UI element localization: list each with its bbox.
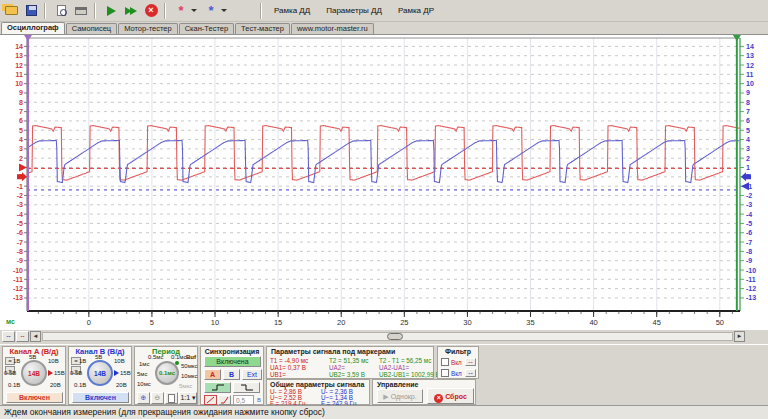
y-tick-label-left: -12 xyxy=(13,285,23,292)
status-bar: Ждем окончания измерения (для прекращени… xyxy=(0,405,768,419)
params-dd-button[interactable]: Параметры ДД xyxy=(318,4,390,17)
knob-label: 10В xyxy=(48,358,59,364)
tab-website[interactable]: www.motor-master.ru xyxy=(291,23,374,34)
print-button[interactable] xyxy=(72,2,90,20)
frame-dd-button[interactable]: Рамка ДД xyxy=(266,4,318,17)
knob-label: 1В xyxy=(13,358,20,364)
start-button[interactable] xyxy=(102,2,120,20)
new-page-button[interactable] xyxy=(165,392,178,404)
stop-icon: × xyxy=(145,4,158,17)
chevron-down-icon[interactable] xyxy=(191,9,197,12)
toolbar-separator xyxy=(260,3,262,19)
sync-source-b-button[interactable]: B xyxy=(223,369,240,380)
ua2-minus-ua1-value: UA2-UA1= xyxy=(379,364,409,371)
y-tick-label-left: -5 xyxy=(17,220,23,227)
channel-a-trigger-handle[interactable] xyxy=(19,164,27,172)
ua1-value: UA1= 0,37 В xyxy=(270,364,306,371)
y-tick-label-left: 13 xyxy=(15,52,23,59)
y-tick-label-right: 6 xyxy=(746,117,750,124)
zoom-in-button[interactable]: ⊕ xyxy=(137,392,150,404)
channel-b-range-knob[interactable]: 14В xyxy=(87,360,113,386)
trigger-mode-1-button[interactable] xyxy=(204,395,217,405)
x-tick-label: 20 xyxy=(337,318,345,327)
y-tick-label-right: 8 xyxy=(746,99,750,106)
filter-b-checkbox[interactable] xyxy=(441,369,449,377)
y-tick-label-left: -13 xyxy=(13,294,23,301)
filter-a-options-button[interactable]: -- xyxy=(465,358,476,366)
falling-edge-button[interactable] xyxy=(233,382,260,393)
knob-label: 1мс xyxy=(139,361,149,367)
stop-button[interactable]: × xyxy=(142,2,160,20)
oscilloscope-plot[interactable]: 1414131312121111101099887766554433221100… xyxy=(0,34,768,330)
knob-label: 5мкс xyxy=(179,383,192,389)
scale-ratio-select[interactable]: 1:1 ▾ xyxy=(179,392,197,404)
time-scrollbar-thumb[interactable] xyxy=(387,333,403,340)
channel-b-power-button[interactable]: Включен xyxy=(72,392,129,403)
reset-button[interactable]: × Сброс xyxy=(427,388,474,404)
tab-oscilloscope[interactable]: Осциллограф xyxy=(1,22,65,34)
scroll-left-button[interactable]: ◄ xyxy=(30,331,41,342)
chevron-down-icon[interactable] xyxy=(221,9,227,12)
tab-scan-tester[interactable]: Скан-Тестер xyxy=(179,23,234,34)
knob-label: 0.5мс xyxy=(148,354,163,360)
print-preview-button[interactable] xyxy=(52,2,70,20)
y-tick-label-right: -11 xyxy=(746,276,756,283)
y-tick-label-right: 2 xyxy=(746,155,750,162)
marker-b-line-button[interactable]: -- xyxy=(2,331,15,342)
channel-b-trigger-handle[interactable] xyxy=(741,182,749,190)
time-scrollbar-track[interactable] xyxy=(42,332,733,341)
t2-minus-t1-value: T2 - T1 = 56,25 мс xyxy=(379,357,431,364)
y-tick-label-left: 14 xyxy=(15,43,23,50)
control-panel: Канал A (В/д) = ~ 14В 5В 10В 15В 20В 1В … xyxy=(0,344,768,405)
tab-test-master[interactable]: Тест-мастер xyxy=(235,23,290,34)
waveform-chart[interactable]: 1414131312121111101099887766554433221100… xyxy=(0,35,768,331)
sync-source-ext-button[interactable]: Ext xyxy=(242,369,262,380)
ramp-icon xyxy=(220,396,230,404)
ub2-value: UB2= 3,59 В xyxy=(329,371,365,378)
filter-b-options-button[interactable]: -- xyxy=(465,369,476,377)
ub2-minus-ub1-value: UB2-UB1= 1002,99 В xyxy=(379,371,440,378)
rising-edge-button[interactable] xyxy=(204,382,231,393)
channel-a-group: Канал A (В/д) = ~ 14В 5В 10В 15В 20В 1В … xyxy=(2,346,66,405)
scroll-right-button[interactable]: ► xyxy=(734,331,745,342)
sync-source-a-button[interactable]: A xyxy=(204,369,221,380)
start-continuous-button[interactable] xyxy=(122,2,140,20)
sync-level-input[interactable] xyxy=(233,395,254,405)
marker-a-icon: * xyxy=(178,5,183,17)
sync-state-button[interactable]: Включена xyxy=(204,356,261,367)
tab-recorder[interactable]: Самописец xyxy=(66,23,117,34)
channel-a-power-button[interactable]: Включен xyxy=(6,392,63,403)
y-tick-label-right: 4 xyxy=(746,136,750,143)
marker-a-button[interactable]: * xyxy=(172,2,190,20)
play-icon: ▶ xyxy=(383,393,388,400)
marker-b-button[interactable]: * xyxy=(202,2,220,20)
open-file-button[interactable] xyxy=(2,2,20,20)
knob-pointer-icon xyxy=(114,370,119,376)
single-shot-button[interactable]: ▶ Однокр. xyxy=(377,389,423,403)
y-tick-label-right: -13 xyxy=(746,294,756,301)
marker-a-line-button[interactable]: -- xyxy=(16,331,29,342)
y-tick-label-left: -11 xyxy=(13,276,23,283)
toolbar-separator xyxy=(164,3,166,19)
y-tick-label-left: 6 xyxy=(19,117,23,124)
ub1-value: UB1= xyxy=(270,371,286,378)
y-tick-label-right: -10 xyxy=(746,267,756,274)
zoom-out-button[interactable]: ⊖ xyxy=(151,392,164,404)
toolbar-separator xyxy=(44,3,46,19)
tab-motor-tester[interactable]: Мотор-тестер xyxy=(118,23,178,34)
x-tick-label: 30 xyxy=(463,318,471,327)
filter-group: Фильтр Вкл -- Вкл -- xyxy=(437,346,479,379)
buf-label: Buf xyxy=(186,354,196,360)
play-icon xyxy=(130,7,137,15)
y-tick-label-left: -4 xyxy=(17,211,23,218)
channel-a-range-knob[interactable]: 14В xyxy=(21,360,47,386)
x-tick-label: 5 xyxy=(150,318,154,327)
frame-dr-button[interactable]: Рамка ДР xyxy=(390,4,442,17)
y-tick-label-right: -6 xyxy=(746,229,752,236)
sync-level-unit: В xyxy=(257,397,261,403)
save-button[interactable] xyxy=(22,2,40,20)
trigger-mode-2-button[interactable] xyxy=(218,395,231,405)
y-tick-label-left: -2 xyxy=(17,192,23,199)
knob-label: 10мс xyxy=(137,381,151,387)
filter-a-checkbox[interactable] xyxy=(441,358,449,366)
